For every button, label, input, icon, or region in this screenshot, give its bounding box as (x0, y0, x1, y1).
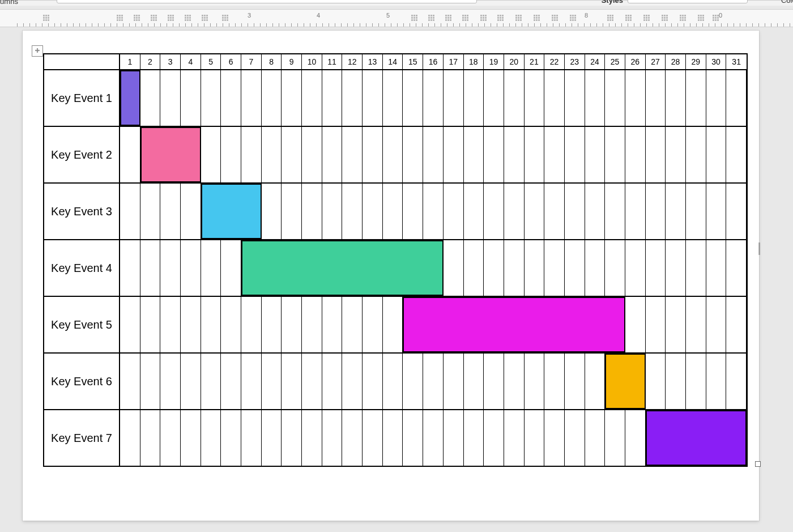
gantt-day-header: 9 (282, 54, 302, 69)
gantt-day-header: 13 (363, 54, 383, 69)
ruler-tick (335, 23, 335, 27)
gantt-cell (120, 240, 140, 296)
ruler-tick (61, 23, 61, 27)
gantt-cell (625, 70, 646, 126)
ruler-tick (640, 23, 641, 27)
gantt-cell (625, 184, 646, 239)
ruler-tick (129, 23, 130, 27)
gantt-cell (262, 297, 282, 352)
ruler-tick (721, 23, 722, 27)
table-move-handle[interactable] (32, 45, 43, 57)
gantt-cell (686, 184, 706, 239)
gantt-cell (726, 70, 747, 126)
ruler-tick (160, 23, 161, 27)
gantt-bar[interactable] (201, 184, 262, 239)
gantt-cell (322, 354, 343, 409)
ruler-tick (752, 23, 753, 27)
document-area: 1234567891011121314151617181920212223242… (0, 31, 793, 532)
ruler-tabstop-icon (497, 15, 504, 21)
gantt-cell (363, 70, 383, 126)
gantt-cell (282, 127, 302, 182)
ruler-tick (353, 23, 354, 27)
ruler-tick (671, 23, 672, 27)
gantt-day-header: 17 (444, 54, 464, 69)
gantt-day-header: 30 (706, 54, 727, 69)
ruler-tick (310, 23, 310, 27)
gantt-row-grid (120, 127, 747, 182)
gantt-cell (504, 127, 525, 182)
ruler-tabstop-icon (625, 15, 632, 21)
gantt-cell (262, 127, 282, 182)
gantt-bar[interactable] (140, 127, 201, 182)
table-resize-handle[interactable] (755, 461, 761, 467)
gantt-cell (262, 354, 282, 409)
ruler-tick (572, 23, 572, 27)
ruler-tabstop-icon (534, 15, 540, 21)
ruler-tick (515, 23, 516, 27)
gantt-day-header: 19 (484, 54, 504, 69)
gantt-cell (544, 70, 565, 126)
gantt-cell (140, 240, 161, 296)
move-icon (34, 48, 41, 54)
gantt-cell (241, 127, 262, 182)
gantt-cell (726, 127, 747, 182)
gantt-cell (686, 127, 706, 182)
gantt-cell (646, 70, 666, 126)
ruler-tabstop-icon (607, 15, 613, 21)
gantt-cell (302, 354, 322, 409)
ruler-tick (578, 23, 578, 27)
gantt-cell (504, 70, 525, 126)
gantt-cell (160, 410, 181, 466)
ruler-tick (684, 23, 684, 27)
gantt-bar[interactable] (605, 354, 645, 409)
ruler-tick (148, 23, 148, 27)
gantt-bar[interactable] (646, 410, 747, 466)
gantt-cell (262, 184, 282, 239)
ruler-number: 0 (719, 12, 722, 19)
styles-dropdown[interactable] (628, 0, 748, 3)
gantt-cell (565, 70, 585, 126)
gantt-row: Key Event 4 (44, 239, 747, 296)
gantt-cell (464, 70, 484, 126)
gantt-row-label: Key Event 4 (44, 240, 120, 296)
gantt-cell (646, 240, 666, 296)
gantt-cell (464, 240, 484, 296)
gantt-day-header: 16 (423, 54, 444, 69)
gantt-cell (241, 354, 262, 409)
gantt-cell (585, 354, 606, 409)
toolbar-field[interactable] (57, 0, 477, 3)
gantt-bar[interactable] (241, 240, 444, 296)
color-label-fragment: Color (781, 0, 793, 5)
ruler-tick (628, 23, 628, 27)
gantt-cell (605, 240, 625, 296)
ruler-tick (528, 23, 528, 27)
gantt-cell (120, 297, 140, 352)
ruler-tick (603, 23, 603, 27)
horizontal-ruler[interactable]: 34580 (0, 9, 793, 27)
gantt-day-header: 5 (201, 54, 221, 69)
ruler-tick (297, 23, 298, 27)
ruler-tick (372, 23, 373, 27)
ruler-tick (665, 23, 666, 27)
gantt-cell (504, 354, 525, 409)
ruler-tick (42, 23, 42, 27)
gantt-cell (565, 184, 585, 239)
gantt-cell (646, 184, 666, 239)
gantt-day-header: 4 (181, 54, 201, 69)
gantt-bar[interactable] (403, 297, 625, 352)
gantt-chart-table[interactable]: 1234567891011121314151617181920212223242… (43, 53, 748, 467)
ruler-tick (248, 23, 248, 27)
gantt-day-header: 3 (160, 54, 181, 69)
ruler-tabstop-icon (552, 15, 558, 21)
gantt-cell (444, 70, 464, 126)
ruler-tick (547, 23, 547, 27)
gantt-bar[interactable] (120, 70, 140, 126)
gantt-cell (484, 240, 504, 296)
gantt-cell (262, 410, 282, 466)
ruler-tabstop-icon (411, 15, 417, 21)
gantt-cell (585, 70, 606, 126)
gantt-day-header: 27 (646, 54, 666, 69)
gantt-cell (363, 184, 383, 239)
ruler-tick (441, 23, 441, 27)
ruler-tick (210, 23, 211, 27)
